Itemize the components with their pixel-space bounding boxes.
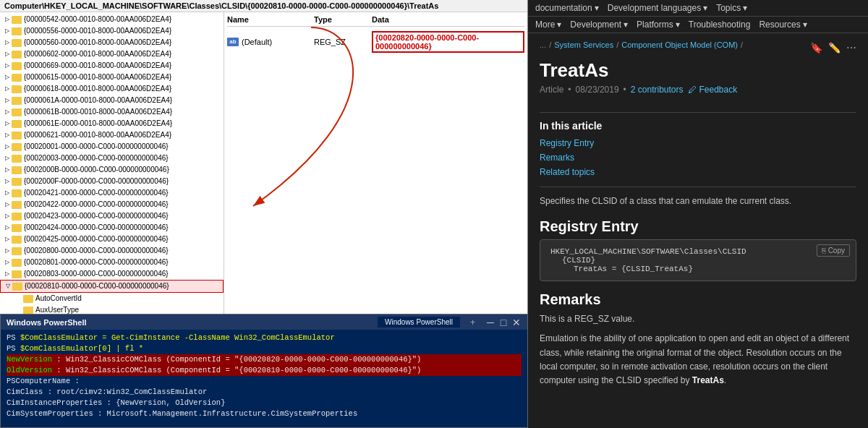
tree-item[interactable]: ▷ {00000560-0000-0010-8000-00AA006D2EA4} (0, 37, 224, 48)
close-button[interactable]: ✕ (511, 317, 522, 328)
nav-resources[interactable]: Resources ▾ (759, 20, 807, 30)
docs-content: ... / System Services / Component Object… (528, 33, 868, 428)
feedback-button[interactable]: 🖊 Feedback (688, 85, 738, 95)
folder-icon (12, 236, 22, 244)
expand-arrow: ▷ (3, 142, 12, 152)
tree-item-label: {00000560-0000-0010-8000-00AA006D2EA4} (24, 38, 171, 48)
docs-action-icons: 🔖 ✏️ ⋯ (810, 42, 856, 54)
tree-item[interactable]: ▷ {0000061E-0000-0010-8000-00AA006D2EA4} (0, 118, 224, 129)
ps-line-newversion: NewVersion : Win32_ClassicCOMClass (Comp… (7, 354, 522, 365)
tree-item[interactable]: ▷ {00000602-0000-0010-8000-00AA006D2EA4} (0, 48, 224, 60)
tree-item[interactable]: ▷ {00020001-0000-0000-C000-000000000046} (0, 141, 224, 153)
ps-val-newversion: : Win32_ClassicCOMClass (ComponentId = "… (56, 355, 421, 364)
tree-item-selected[interactable]: ▽ {00020810-0000-0000-C000-000000000046} (0, 280, 224, 293)
tree-item[interactable]: ▷ {00020425-0000-0000-C000-000000000046} (0, 234, 224, 245)
tree-item[interactable]: ▷ {0002000B-0000-0000-C000-000000000046} (0, 164, 224, 176)
toc-remarks[interactable]: Remarks (540, 150, 856, 165)
folder-icon (12, 213, 22, 221)
folder-icon (12, 189, 22, 197)
ps-line-oldversion: OldVersion : Win32_ClassicCOMClass (Comp… (7, 365, 522, 376)
tree-item[interactable]: AutoConvertId (0, 293, 224, 304)
code-line-3: TreatAs = {CLSID_TreatAs} (550, 265, 846, 273)
tree-item-label: {00020810-0000-0000-C000-000000000046} (25, 281, 169, 291)
tree-item[interactable]: ▷ {00020003-0000-0000-C000-000000000046} (0, 153, 224, 164)
nav-documentation-label: documentation (535, 3, 592, 13)
page-title: TreatAs (540, 59, 737, 82)
tree-item[interactable]: ▷ {00020422-0000-0000-C000-000000000046} (0, 199, 224, 210)
tree-item[interactable]: ▷ {00020800-0000-0000-C000-000000000046} (0, 245, 224, 257)
nav-resources-label: Resources (759, 20, 800, 30)
tree-item[interactable]: ▷ {00020423-0000-0000-C000-000000000046} (0, 210, 224, 222)
new-tab-button[interactable]: + (466, 317, 480, 328)
code-block: ⎘ Copy HKEY_LOCAL_MACHINE\SOFTWARE\Class… (540, 239, 856, 281)
tree-item-label: {00020424-0000-0000-C000-000000000046} (24, 223, 169, 233)
tree-item[interactable]: ▷ {00020801-0000-0000-C000-000000000046} (0, 257, 224, 268)
nav-more[interactable]: More ▾ (535, 20, 561, 30)
expand-arrow: ▷ (3, 257, 12, 268)
more-options-icon[interactable]: ⋯ (846, 42, 856, 54)
chevron-down-icon: ▾ (595, 3, 599, 13)
nav-topics-label: Topics (716, 3, 741, 13)
tree-item[interactable]: ▷ {0000061A-0000-0010-8000-00AA006D2EA4} (0, 95, 224, 106)
ps-line-cimprops: CimInstanceProperties : {NewVersion, Old… (7, 398, 522, 408)
tree-item-label: {00020421-0000-0000-C000-000000000046} (24, 188, 169, 198)
toc-related[interactable]: Related topics (540, 165, 856, 179)
tree-item[interactable]: ▷ {00000556-0000-0010-8000-00AA006D2EA4} (0, 25, 224, 37)
bookmark-icon[interactable]: 🔖 (810, 42, 822, 54)
docs-panel: documentation ▾ Development languages ▾ … (528, 0, 868, 428)
minimize-button[interactable]: ─ (485, 317, 495, 328)
copy-button[interactable]: ⎘ Copy (817, 244, 850, 257)
breadcrumb: ... / System Services / Component Object… (540, 40, 743, 49)
expand-arrow: ▷ (3, 234, 12, 244)
tree-item-label: {0000061A-0000-0010-8000-00AA006D2EA4} (24, 95, 172, 106)
divider2 (540, 187, 856, 187)
nav-platforms[interactable]: Platforms ▾ (637, 20, 680, 30)
tree-item-label: {00020801-0000-0000-C000-000000000046} (24, 257, 169, 268)
tree-item[interactable]: ▷ {00000669-0000-0010-8000-00AA006D2EA4} (0, 60, 224, 72)
maximize-button[interactable]: □ (498, 317, 509, 328)
reg-entry-heading: Registry Entry (540, 218, 856, 235)
registry-title-bar: Computer\HKEY_LOCAL_MACHINE\SOFTWARE\Cla… (0, 0, 527, 12)
tree-item[interactable]: ▷ {00020424-0000-0000-C000-000000000046} (0, 222, 224, 234)
feedback-icon: 🖊 (688, 85, 697, 95)
ps-command-2: $ComClassEmulator[0] | fl * (20, 344, 143, 353)
registry-data-row[interactable]: ab (Default) REG_SZ {00020820-0000-0000-… (227, 30, 524, 54)
nav-topics[interactable]: Topics ▾ (716, 3, 747, 13)
meta-contributors[interactable]: 2 contributors (631, 85, 684, 95)
expand-arrow: ▷ (3, 14, 12, 25)
expand-arrow: ▷ (3, 26, 12, 36)
folder-icon (12, 155, 22, 163)
tree-item[interactable]: ▷ {00020803-0000-0000-C000-000000000046} (0, 268, 224, 280)
toc-registry-entry[interactable]: Registry Entry (540, 136, 856, 150)
chevron-down-icon: ▾ (624, 20, 628, 30)
nav-development[interactable]: Development ▾ (570, 20, 628, 30)
tree-item-label: {00020803-0000-0000-C000-000000000046} (24, 269, 169, 279)
tree-item-label: {00000602-0000-0010-8000-00AA006D2EA4} (24, 49, 171, 59)
code-line-1: HKEY_LOCAL_MACHINE\SOFTWARE\Classes\CLSI… (550, 247, 846, 256)
expand-arrow: ▷ (3, 119, 12, 129)
tree-item[interactable]: ▷ {0002000F-0000-0000-C000-000000000046} (0, 176, 224, 187)
nav-documentation[interactable]: documentation ▾ (535, 3, 599, 13)
tree-item[interactable]: ▷ {00000618-0000-0010-8000-00AA006D2EA4} (0, 83, 224, 95)
breadcrumb-system-services[interactable]: System Services (554, 40, 613, 49)
edit-icon[interactable]: ✏️ (828, 42, 841, 54)
tree-item-label: {00000556-0000-0010-8000-00AA006D2EA4} (24, 26, 171, 36)
folder-icon (12, 74, 22, 82)
nav-dev-languages[interactable]: Development languages ▾ (608, 3, 707, 13)
expand-arrow: ▽ (4, 281, 12, 291)
meta-bullet2: • (624, 85, 626, 95)
ps-line-cimclass: CimClass : root/cimv2:Win32_ComClassEmul… (7, 387, 522, 398)
tree-item[interactable]: ▷ {00000542-0000-0010-8000-00AA006D2EA4} (0, 14, 224, 25)
nav-troubleshooting[interactable]: Troubleshooting (689, 20, 751, 30)
tree-item[interactable]: ▷ {0000061B-0000-0010-8000-00AA006D2EA4} (0, 106, 224, 118)
folder-icon (12, 51, 22, 59)
expand-arrow: ▷ (3, 165, 12, 175)
folder-icon (12, 166, 22, 174)
breadcrumb-com[interactable]: Component Object Model (COM) (621, 40, 738, 49)
folder-icon (12, 27, 22, 35)
powershell-tab[interactable]: Windows PowerShell (378, 317, 460, 328)
tree-item[interactable]: ▷ {00000615-0000-0010-8000-00AA006D2EA4} (0, 72, 224, 83)
tree-item[interactable]: ▷ {00000621-0000-0010-8000-00AA006D2EA4} (0, 129, 224, 141)
tree-item[interactable]: ▷ {00020421-0000-0000-C000-000000000046} (0, 187, 224, 199)
docs-nav2: More ▾ Development ▾ Platforms ▾ Trouble… (528, 17, 868, 33)
